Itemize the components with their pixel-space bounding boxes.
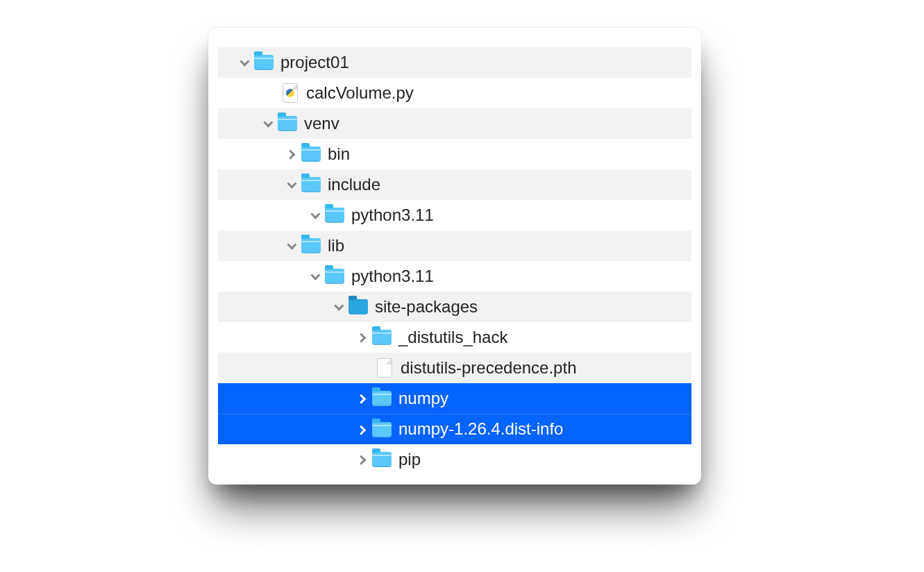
tree-node-calcvolume-py[interactable]: calcVolume.py bbox=[218, 78, 691, 108]
folder-icon bbox=[372, 422, 392, 437]
chevron-down-icon[interactable] bbox=[334, 301, 344, 311]
chevron-down-icon[interactable] bbox=[310, 271, 320, 280]
tree-node-include[interactable]: include bbox=[218, 169, 691, 200]
tree-node-distutils-hack[interactable]: _distutils_hack bbox=[218, 322, 691, 353]
tree-node-label: numpy bbox=[398, 389, 448, 409]
tree-node-label: project01 bbox=[280, 53, 349, 73]
chevron-down-icon[interactable] bbox=[240, 57, 249, 67]
folder-icon bbox=[325, 208, 344, 223]
tree-node-label: include bbox=[328, 175, 380, 195]
tree-node-bin[interactable]: bin bbox=[218, 139, 691, 169]
tree-node-label: distutils-precedence.pth bbox=[401, 358, 576, 378]
file-tree: project01calcVolume.pyvenvbinincludepyth… bbox=[218, 47, 691, 475]
file-icon bbox=[377, 358, 392, 378]
folder-icon bbox=[372, 330, 392, 345]
tree-node-site-packages[interactable]: site-packages bbox=[218, 292, 691, 322]
tree-node-label: python3.11 bbox=[351, 267, 434, 287]
folder-icon bbox=[301, 177, 321, 192]
tree-node-venv[interactable]: venv bbox=[218, 108, 691, 139]
chevron-down-icon[interactable] bbox=[263, 118, 273, 128]
tree-node-label: bin bbox=[328, 144, 350, 165]
tree-node-lib-python311[interactable]: python3.11 bbox=[218, 261, 691, 292]
tree-node-project01[interactable]: project01 bbox=[218, 47, 691, 78]
tree-node-distutils-precedence-pth[interactable]: distutils-precedence.pth bbox=[218, 353, 691, 383]
tree-node-pip[interactable]: pip bbox=[218, 444, 691, 475]
folder-icon bbox=[278, 116, 297, 131]
folder-icon bbox=[372, 452, 392, 467]
tree-node-label: site-packages bbox=[375, 297, 478, 317]
chevron-down-icon[interactable] bbox=[310, 210, 320, 219]
chevron-right-icon[interactable] bbox=[356, 394, 366, 404]
tree-node-numpy[interactable]: numpy bbox=[218, 383, 691, 414]
folder-icon bbox=[301, 146, 321, 162]
tree-node-label: pip bbox=[398, 450, 421, 470]
chevron-down-icon[interactable] bbox=[287, 240, 296, 250]
chevron-right-icon[interactable] bbox=[356, 333, 366, 343]
chevron-right-icon[interactable] bbox=[356, 455, 366, 465]
chevron-right-icon[interactable] bbox=[356, 425, 366, 435]
folder-icon bbox=[254, 55, 274, 70]
folder-icon bbox=[301, 238, 321, 253]
folder-icon bbox=[325, 269, 344, 284]
folder-icon bbox=[372, 391, 392, 406]
tree-node-numpy-dist-info[interactable]: numpy-1.26.4.dist-info bbox=[218, 414, 691, 444]
tree-node-label: python3.11 bbox=[351, 205, 434, 226]
tree-node-label: _distutils_hack bbox=[398, 328, 507, 348]
tree-node-include-python311[interactable]: python3.11 bbox=[218, 200, 691, 230]
tree-node-label: venv bbox=[304, 114, 339, 134]
python-file-icon bbox=[283, 83, 298, 103]
tree-node-lib[interactable]: lib bbox=[218, 230, 691, 261]
file-tree-panel: project01calcVolume.pyvenvbinincludepyth… bbox=[208, 28, 701, 485]
folder-icon bbox=[348, 299, 368, 314]
tree-node-label: numpy-1.26.4.dist-info bbox=[398, 419, 563, 439]
chevron-down-icon[interactable] bbox=[287, 179, 296, 189]
chevron-right-icon[interactable] bbox=[285, 150, 295, 160]
tree-node-label: lib bbox=[328, 236, 344, 256]
tree-node-label: calcVolume.py bbox=[306, 83, 414, 103]
